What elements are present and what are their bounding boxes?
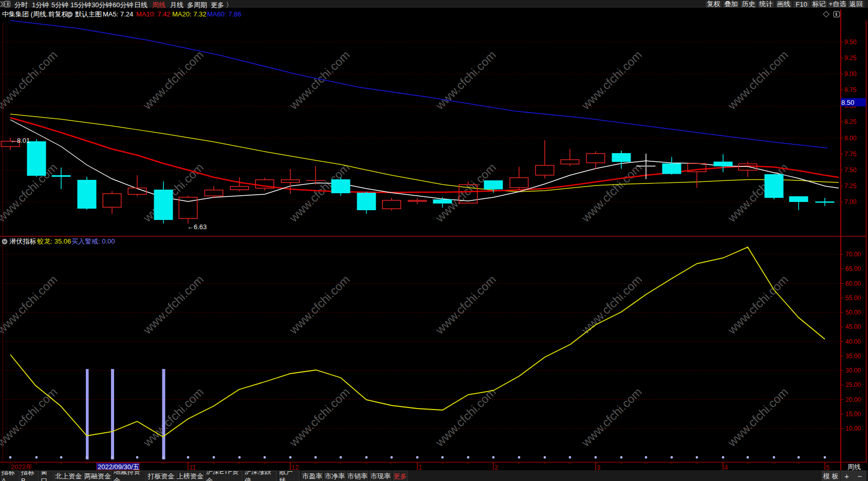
svg-text:www.cfchi.com: www.cfchi.com (286, 272, 352, 337)
svg-text:www.cfchi.com: www.cfchi.com (579, 272, 644, 337)
svg-text:www.cfchi.com: www.cfchi.com (0, 48, 60, 112)
svg-text:www.cfchi.com: www.cfchi.com (433, 48, 498, 112)
svg-text:www.cfchi.com: www.cfchi.com (140, 385, 206, 449)
svg-text:www.cfchi.com: www.cfchi.com (433, 385, 498, 449)
svg-text:www.cfchi.com: www.cfchi.com (725, 385, 790, 449)
svg-text:www.cfchi.com: www.cfchi.com (140, 272, 206, 337)
svg-text:www.cfchi.com: www.cfchi.com (579, 48, 644, 112)
svg-text:www.cfchi.com: www.cfchi.com (725, 48, 790, 112)
svg-text:www.cfchi.com: www.cfchi.com (286, 48, 352, 112)
svg-text:www.cfchi.com: www.cfchi.com (286, 385, 352, 449)
svg-text:www.cfchi.com: www.cfchi.com (433, 272, 498, 337)
svg-text:www.cfchi.com: www.cfchi.com (0, 272, 60, 337)
svg-text:www.cfchi.com: www.cfchi.com (725, 272, 790, 337)
svg-text:www.cfchi.com: www.cfchi.com (0, 385, 60, 449)
svg-text:www.cfchi.com: www.cfchi.com (140, 48, 206, 112)
svg-text:www.cfchi.com: www.cfchi.com (579, 385, 644, 449)
